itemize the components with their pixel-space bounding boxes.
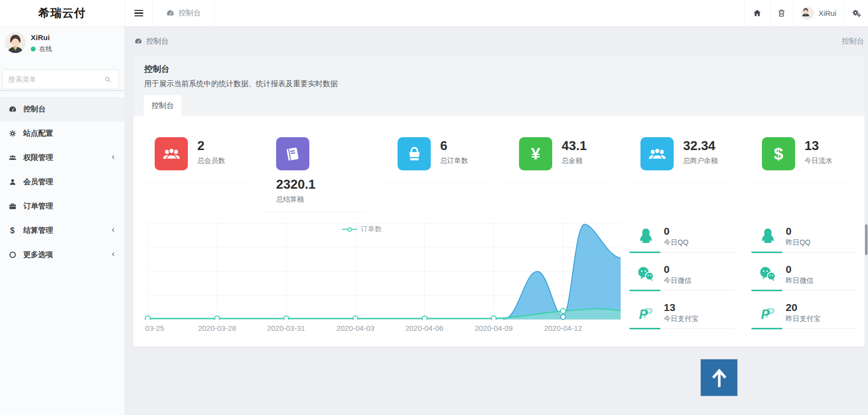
dollar-icon: $: [7, 226, 18, 235]
divider: [507, 182, 609, 183]
x-tick: 03-25: [122, 324, 187, 332]
sidebar-item-label: 更多选项: [23, 250, 53, 259]
gauge-icon: [7, 105, 18, 113]
users-group-icon: [155, 137, 188, 170]
chart-legend[interactable]: 订单数: [342, 225, 382, 234]
hamburger-icon: [134, 8, 143, 18]
legend-line-icon: [352, 229, 357, 230]
stat-label: 总会员数: [197, 156, 225, 165]
sidebar-item-site-config[interactable]: 站点配置: [0, 121, 124, 146]
stat-today-wechat: 0 今日微信: [630, 263, 735, 293]
divider: [264, 211, 366, 212]
sidebar-item-dashboard[interactable]: 控制台: [0, 97, 124, 121]
sidebar-item-label: 会员管理: [23, 177, 53, 187]
header-tab-label: 控制台: [178, 8, 201, 18]
logo-box: 希瑞云付: [0, 0, 125, 26]
wechat-icon: [636, 264, 656, 284]
breadcrumb-label: 控制台: [146, 37, 169, 46]
sidebar-item-permissions[interactable]: 权限管理: [0, 146, 124, 170]
stat-value: 0: [664, 225, 670, 237]
stat-label: 总订单数: [440, 156, 468, 165]
back-to-top-button[interactable]: [700, 359, 738, 396]
sidebar-item-label: 权限管理: [23, 153, 53, 162]
app-logo[interactable]: 希瑞云付: [39, 5, 86, 21]
x-tick: 2020-03-28: [185, 324, 249, 332]
vertical-scrollbar-thumb[interactable]: [865, 224, 868, 255]
stat-total-orders: 6 总订单数: [386, 137, 507, 212]
sidebar-user-block: XiRui 在线: [0, 27, 124, 63]
home-icon: [752, 8, 762, 18]
divider: [386, 182, 488, 183]
divider: [143, 182, 245, 183]
orders-chart: 订单数 03-25 2020-03-28 2020-03-31 2020-04-…: [144, 223, 621, 342]
svg-text:P: P: [761, 307, 770, 322]
qq-icon: [636, 226, 656, 246]
legend-marker-icon: [347, 227, 352, 232]
stat-value: 20: [786, 302, 797, 313]
circle-icon: [7, 252, 18, 258]
legend-line-icon: [342, 229, 347, 230]
stat-yesterday-wechat: 0 昨日微信: [752, 263, 857, 293]
shopping-bag-icon: [398, 137, 431, 170]
trash-button[interactable]: [770, 0, 793, 26]
legend-label: 订单数: [361, 225, 382, 234]
user-icon: [7, 178, 18, 186]
status-label: 在线: [39, 45, 52, 53]
paypal-icon: P P: [758, 303, 778, 322]
stat-value: 2: [197, 139, 225, 154]
sidebar-item-orders[interactable]: 订单管理: [0, 194, 124, 218]
stat-label: 总商户余额: [683, 156, 718, 165]
x-tick: 2020-04-09: [462, 324, 526, 332]
card-header: 控制台 用于展示当前系统中的统计数据、统计报表及重要实时数据 控制台: [133, 55, 865, 116]
users-group-icon: [640, 137, 674, 170]
stat-label: 今日QQ: [664, 238, 689, 247]
avatar: [801, 7, 814, 20]
sidebar: XiRui 在线 控制台: [0, 27, 125, 415]
briefcase-icon: [7, 202, 18, 210]
gear-icon: [7, 129, 18, 138]
sidebar-item-more-options[interactable]: 更多选项: [0, 243, 124, 267]
sidebar-divider: [0, 90, 124, 91]
paypal-icon: P P: [636, 303, 656, 322]
stat-label: 今日流水: [805, 156, 832, 165]
settings-button[interactable]: [844, 0, 868, 26]
sidebar-item-members[interactable]: 会员管理: [0, 170, 124, 194]
search-icon[interactable]: [104, 76, 118, 83]
cogs-icon: [852, 8, 861, 18]
home-button[interactable]: [744, 0, 770, 26]
chevron-left-icon: [110, 226, 116, 235]
stat-value: 0: [664, 263, 670, 275]
progress-underline: [630, 328, 735, 329]
sidebar-toggle-button[interactable]: [125, 0, 152, 26]
stat-label: 昨日微信: [786, 276, 813, 285]
stat-value: 32.34: [683, 139, 718, 154]
gauge-icon: [134, 37, 142, 45]
progress-underline: [752, 252, 857, 253]
progress-underline: [752, 328, 857, 329]
user-menu[interactable]: XiRui: [793, 0, 844, 26]
avatar: [5, 32, 26, 53]
chart-plot: [144, 223, 621, 320]
search-input[interactable]: [2, 75, 104, 83]
stat-yesterday-qq: 0 昨日QQ: [752, 225, 857, 255]
tab-dashboard[interactable]: 控制台: [144, 95, 181, 116]
stat-label: 昨日QQ: [786, 238, 810, 247]
stats-row: 2 总会员数: [143, 137, 868, 212]
dashboard-card: 控制台 用于展示当前系统中的统计数据、统计报表及重要实时数据 控制台: [133, 55, 865, 347]
yuan-icon: ¥: [519, 137, 552, 170]
breadcrumb-dashboard-link[interactable]: 控制台: [134, 37, 169, 46]
sidebar-item-settlement[interactable]: $ 结算管理: [0, 218, 124, 243]
sidebar-user-name: XiRui: [31, 33, 50, 42]
users-icon: [7, 154, 18, 162]
stat-total-settlement: 2320.1 总结算额: [264, 137, 386, 212]
header-tab-dashboard[interactable]: 控制台: [152, 0, 215, 26]
online-dot-icon: [31, 47, 36, 52]
x-tick: 2020-04-12: [531, 324, 595, 332]
page-title: 控制台: [144, 63, 854, 75]
wechat-icon: [758, 264, 778, 284]
stat-value: 13: [664, 302, 675, 313]
sidebar-item-label: 控制台: [23, 104, 46, 114]
stat-today-flow: $ 13 今日流水: [750, 137, 868, 212]
chevron-left-icon: [110, 154, 116, 162]
card-body: 2 总会员数: [133, 116, 865, 347]
